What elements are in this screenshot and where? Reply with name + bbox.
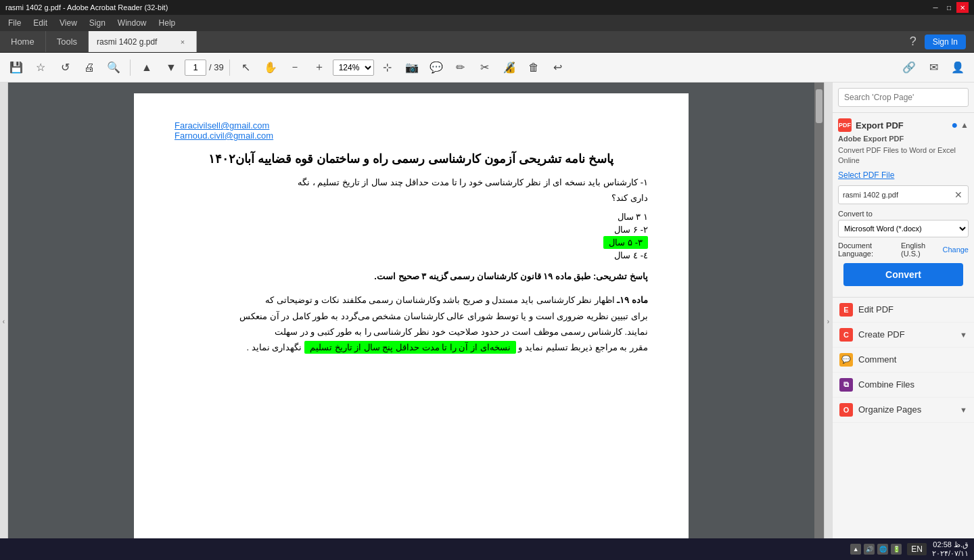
export-pdf-header[interactable]: PDF Export PDF ● ▲	[838, 118, 969, 132]
organize-pages-label: Organize Pages	[858, 404, 921, 415]
convert-to-select[interactable]: Microsoft Word (*.docx) Microsoft Excel …	[838, 220, 969, 237]
title-bar: rasmi 1402 g.pdf - Adobe Acrobat Reader …	[0, 0, 974, 15]
article-line4-highlighted: نسخه‌ای از آن را تا مدت حداقل پنج سال از…	[304, 341, 516, 354]
pdf-article: ماده ۱۹ـ اظهار نظر کارشناسی باید مستدل و…	[175, 292, 648, 356]
export-desc: Convert PDF Files to Word or Excel Onlin…	[838, 145, 969, 166]
article-line4-start: مقرر به مراجع ذیربط تسلیم نماید و	[518, 342, 648, 352]
maximize-button[interactable]: □	[943, 2, 955, 13]
zoom-out-icon-button[interactable]: 🔍	[103, 57, 124, 78]
back-button[interactable]: ↺	[54, 57, 76, 78]
delete-button[interactable]: 🗑	[523, 57, 544, 78]
taskbar-lang[interactable]: EN	[907, 543, 927, 555]
minimize-button[interactable]: ─	[929, 2, 942, 13]
taskbar-icon-3: 🌐	[877, 544, 888, 555]
menu-bar: File Edit View Sign Window Help	[0, 15, 974, 31]
doc-lang-row: Document Language: English (U.S.) Change	[838, 241, 969, 258]
create-pdf-tool[interactable]: C Create PDF ▼	[833, 323, 974, 348]
convert-to-label: Convert to	[838, 210, 969, 218]
page-nav: / 39	[185, 60, 224, 76]
edit-pdf-label: Edit PDF	[858, 304, 894, 314]
snapshot-button[interactable]: 📷	[401, 57, 423, 78]
sticky-note-button[interactable]: 💬	[425, 57, 447, 78]
right-panel-toggle[interactable]: ›	[824, 83, 832, 560]
file-name-display: rasmi 1402 g.pdf	[843, 191, 950, 199]
hand-tool-button[interactable]: ✋	[260, 57, 281, 78]
combine-files-tool[interactable]: ⧉ Combine Files	[833, 373, 974, 398]
pdf-scrollbar[interactable]	[814, 83, 824, 560]
account-button[interactable]: 👤	[947, 57, 969, 78]
select-pdf-link[interactable]: Select PDF File	[838, 170, 969, 180]
adobe-export-label: Adobe Export PDF	[838, 135, 969, 143]
taskbar-icon-4: 🔋	[891, 544, 902, 555]
highlight-button[interactable]: ✏	[450, 57, 471, 78]
tab-file-label: rasmi 1402 g.pdf	[97, 37, 157, 47]
clear-file-button[interactable]: ✕	[953, 189, 964, 200]
menu-view[interactable]: View	[54, 17, 83, 29]
create-pdf-label: Create PDF	[858, 329, 905, 340]
taskbar-right: ▲ 🔊 🌐 🔋 EN 02:58 ق.ظ ۲۰۲۴/۰۷/۱۱	[850, 540, 969, 558]
menu-file[interactable]: File	[3, 17, 26, 29]
tab-tools[interactable]: Tools	[46, 31, 89, 52]
email-link-1[interactable]: Faracivilsell@gmail.com	[175, 120, 648, 131]
comment-icon: 💬	[839, 353, 853, 367]
pdf-body: ۱- کارشناس باید نسخه ای از نظر کارشناسی …	[175, 174, 648, 206]
option-1: ۱ ۳ سال	[175, 212, 648, 222]
share-button[interactable]: 🔗	[898, 57, 920, 78]
crop-page-search-input[interactable]	[838, 88, 969, 107]
option-4: ٤- ٤ سال	[175, 250, 648, 260]
zoom-select[interactable]: 50% 75% 100% 124% 150% 200%	[333, 60, 374, 76]
option-3-text: ۳- ۵ سال	[603, 236, 648, 249]
menu-edit[interactable]: Edit	[28, 17, 53, 29]
main-area: ‹ Faracivilsell@gmail.com Farnoud.civil@…	[0, 83, 974, 560]
pdf-viewer: Faracivilsell@gmail.com Farnoud.civil@gm…	[8, 83, 814, 560]
change-lang-link[interactable]: Change	[942, 246, 969, 254]
export-pdf-chevron[interactable]: ▲	[960, 120, 969, 130]
cursor-tool-button[interactable]: ↖	[235, 57, 257, 78]
file-input-display: rasmi 1402 g.pdf ✕	[838, 185, 969, 204]
export-pdf-label: Export PDF	[856, 120, 904, 131]
email-link-2[interactable]: Farnoud.civil@gmail.com	[175, 131, 648, 141]
bookmark-button[interactable]: ☆	[30, 57, 51, 78]
stamp-button[interactable]: 🔏	[498, 57, 520, 78]
organize-pages-icon: O	[839, 403, 853, 417]
page-total: / 39	[209, 62, 224, 72]
separator-2	[229, 60, 230, 76]
tab-home[interactable]: Home	[0, 31, 46, 52]
comment-tool[interactable]: 💬 Comment	[833, 348, 974, 373]
export-pdf-dot: ●	[951, 119, 958, 131]
tab-file[interactable]: rasmi 1402 g.pdf ×	[89, 31, 197, 52]
page-number-input[interactable]	[185, 60, 206, 76]
create-pdf-icon: C	[839, 328, 853, 342]
zoom-in-button[interactable]: ＋	[308, 57, 330, 78]
taskbar-icon-2: 🔊	[864, 544, 875, 555]
left-panel-toggle[interactable]: ‹	[0, 83, 8, 560]
next-page-button[interactable]: ▼	[160, 57, 182, 78]
menu-help[interactable]: Help	[154, 17, 181, 29]
edit-pdf-icon: E	[839, 303, 853, 317]
article-line4-end: نگهداری نماید .	[247, 342, 302, 352]
tab-close-button[interactable]: ×	[177, 37, 188, 47]
menu-window[interactable]: Window	[112, 17, 152, 29]
email-button[interactable]: ✉	[923, 57, 944, 78]
crop-tool-button[interactable]: ⊹	[377, 57, 398, 78]
toolbar: 💾 ☆ ↺ 🖨 🔍 ▲ ▼ / 39 ↖ ✋ － ＋ 50% 75% 100% …	[0, 53, 974, 83]
sign-in-button[interactable]: Sign In	[925, 34, 966, 49]
save-button[interactable]: 💾	[5, 57, 27, 78]
doc-lang-label: Document Language:	[838, 241, 898, 258]
app-title: rasmi 1402 g.pdf - Adobe Acrobat Reader …	[5, 3, 168, 11]
convert-button[interactable]: Convert	[843, 263, 963, 286]
undo-button[interactable]: ↩	[547, 57, 569, 78]
help-icon[interactable]: ?	[910, 34, 917, 49]
prev-page-button[interactable]: ▲	[136, 57, 158, 78]
article-line2: برای تبیین نظریه ضروری است و یا توسط شور…	[239, 311, 648, 321]
strikethrough-button[interactable]: ✂	[474, 57, 496, 78]
pdf-paragraph1: ۱- کارشناس باید نسخه ای از نظر کارشناسی …	[298, 177, 648, 187]
organize-pages-tool[interactable]: O Organize Pages ▼	[833, 398, 974, 423]
zoom-out-button[interactable]: －	[284, 57, 306, 78]
edit-pdf-tool[interactable]: E Edit PDF	[833, 298, 974, 323]
print-button[interactable]: 🖨	[78, 57, 100, 78]
menu-sign[interactable]: Sign	[84, 17, 111, 29]
close-button[interactable]: ✕	[956, 2, 969, 13]
export-pdf-icon-area: PDF Export PDF	[838, 118, 904, 132]
pdf-scroll-thumb	[816, 89, 822, 123]
